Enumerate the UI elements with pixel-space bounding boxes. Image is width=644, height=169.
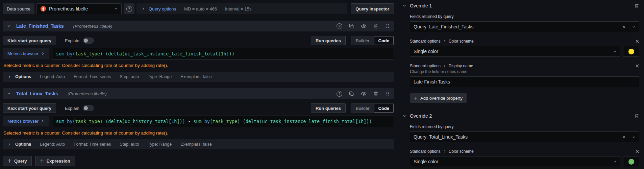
explain-toggle[interactable]: [83, 105, 94, 111]
trash-icon[interactable]: [373, 91, 378, 96]
code-mode-option[interactable]: Code: [374, 36, 394, 45]
plus-icon: [7, 159, 11, 163]
override-1-matcher-select[interactable]: Query: Late_Finished_Tasks: [410, 21, 639, 32]
max-data-points-value: MD = auto = 466: [184, 6, 217, 11]
options-type: Type: Range: [148, 142, 172, 147]
query-header-a[interactable]: Late_Finished_Tasks (Prometheus libelle)…: [3, 21, 394, 31]
options-step: Step: auto: [120, 74, 139, 79]
property-name: Color scheme: [449, 39, 474, 44]
explain-label: Explain: [65, 38, 79, 43]
metrics-browser-button[interactable]: Metrics browser: [3, 48, 49, 59]
query-inspector-button[interactable]: Query inspector: [351, 3, 394, 14]
color-scheme-value: Single color: [414, 49, 608, 54]
trash-icon[interactable]: [634, 114, 639, 119]
add-override-property-button[interactable]: Add override property: [410, 93, 467, 103]
query-name[interactable]: Total_Linux_Tasks: [16, 91, 58, 96]
eye-icon[interactable]: [361, 23, 367, 29]
query-options-collapsed-row[interactable]: Options Legend: Auto Format: Time series…: [3, 139, 394, 149]
query-options-bar[interactable]: Query options MD = auto = 466 Interval =…: [137, 3, 347, 14]
query-help-icon[interactable]: ?: [337, 91, 342, 97]
kick-start-query-button[interactable]: Kick start your query: [3, 103, 56, 113]
chevron-right-icon: [41, 119, 45, 123]
override-2-header[interactable]: Override 2: [402, 112, 639, 120]
matcher-label: Fields returned by query: [410, 124, 639, 129]
query-name[interactable]: Late_Finished_Tasks: [16, 23, 64, 29]
query-header-b[interactable]: Total_Linux_Tasks (Prometheus libelle) ?: [3, 88, 394, 99]
datasource-help-button[interactable]: ?: [124, 3, 134, 14]
builder-mode-option[interactable]: Builder: [351, 104, 374, 113]
remove-property-icon[interactable]: [635, 64, 639, 68]
matcher-value: Query: Total_Linux_Tasks: [414, 134, 617, 140]
property-name: Display name: [449, 64, 473, 68]
query-expression-row: Metrics browser sum by(task_type) (delta…: [3, 48, 394, 59]
chevron-down-icon: [7, 92, 11, 96]
run-queries-button[interactable]: Run queries: [311, 36, 346, 45]
run-queries-button[interactable]: Run queries: [311, 103, 346, 113]
query-expression-row: Metrics browser sum by(task_type) (delta…: [3, 116, 394, 127]
chevron-down-icon[interactable]: [630, 135, 637, 139]
color-scheme-select[interactable]: Single color: [410, 156, 620, 167]
trash-icon[interactable]: [373, 24, 378, 29]
add-query-label: Query: [14, 159, 27, 164]
counter-warning-text: Selected metric is a counter. Consider c…: [3, 63, 394, 68]
query-options-collapsed-row[interactable]: Options Legend: Auto Format: Time series…: [3, 72, 394, 82]
chevron-down-icon[interactable]: [612, 50, 618, 53]
duplicate-query-icon[interactable]: [349, 91, 354, 96]
override-2-body: Fields returned by query Query: Total_Li…: [410, 124, 639, 169]
color-swatch-picker[interactable]: [623, 46, 639, 57]
chevron-down-icon: [402, 114, 406, 118]
chevron-down-icon[interactable]: [612, 160, 618, 164]
query-footer-actions: Query Expression: [3, 156, 394, 166]
override-1-header[interactable]: Override 1: [402, 2, 639, 9]
query-help-icon[interactable]: ?: [337, 23, 342, 29]
chevron-down-icon: [7, 24, 11, 28]
trash-icon[interactable]: [634, 3, 639, 8]
property-description: Change the field or series name: [410, 69, 639, 74]
grafana-panel-editor: Data source Prometheus libelle ? Query o…: [0, 0, 644, 169]
clear-icon[interactable]: [621, 135, 627, 139]
builder-mode-option[interactable]: Builder: [351, 36, 374, 45]
property-category: Standard options: [410, 149, 441, 154]
color-scheme-select[interactable]: Single color: [410, 46, 620, 57]
query-options-link[interactable]: Query options: [149, 6, 176, 11]
metrics-browser-button[interactable]: Metrics browser: [3, 116, 49, 126]
code-mode-option[interactable]: Code: [374, 104, 394, 113]
kick-start-query-button[interactable]: Kick start your query: [3, 36, 56, 45]
prometheus-logo-icon: [40, 6, 46, 12]
color-scheme-property-header: Standard options Color scheme: [410, 39, 639, 44]
options-exemplars: Exemplars: false: [180, 142, 212, 147]
remove-property-icon[interactable]: [635, 39, 639, 43]
override-2-matcher-select[interactable]: Query: Total_Linux_Tasks: [410, 131, 639, 142]
matcher-label: Fields returned by query: [410, 14, 639, 19]
chevron-down-icon: [402, 4, 406, 8]
promql-expression-input[interactable]: sum by(task_type) (delta(uc_task_instanc…: [52, 48, 394, 59]
override-1-body: Fields returned by query Query: Late_Fin…: [410, 14, 639, 103]
add-override-property-label: Add override property: [420, 96, 463, 101]
drag-handle-icon[interactable]: [385, 91, 390, 96]
clear-icon[interactable]: [621, 25, 627, 29]
add-expression-button[interactable]: Expression: [35, 156, 75, 166]
remove-property-icon[interactable]: [635, 149, 639, 153]
color-scheme-value: Single color: [414, 159, 608, 164]
duplicate-query-icon[interactable]: [349, 24, 354, 29]
options-format: Format: Time series: [74, 142, 111, 147]
chevron-down-icon[interactable]: [630, 25, 637, 29]
override-title: Override 2: [410, 113, 634, 119]
chevron-right-icon: [7, 75, 11, 79]
editor-mode-toggle: Builder Code: [351, 103, 394, 113]
query-datasource-hint: (Prometheus libelle): [68, 91, 107, 96]
color-swatch-picker[interactable]: [623, 156, 639, 167]
display-name-input[interactable]: [410, 76, 639, 87]
color-scheme-row: Single color: [410, 46, 639, 57]
query-toolbar: Kick start your query Explain Run querie…: [3, 36, 394, 45]
chevron-right-icon: [443, 40, 446, 43]
eye-icon[interactable]: [361, 91, 367, 97]
query-editor-row-b: Total_Linux_Tasks (Prometheus libelle) ?: [3, 88, 394, 149]
add-query-button[interactable]: Query: [3, 156, 32, 166]
promql-expression-input[interactable]: sum by(task_type) (delta(uc_history_tota…: [52, 116, 394, 127]
explain-toggle[interactable]: [83, 38, 94, 44]
drag-handle-icon[interactable]: [385, 24, 390, 28]
datasource-picker[interactable]: Prometheus libelle: [36, 3, 122, 14]
plus-icon: [40, 159, 44, 163]
interval-value: Interval = 15s: [225, 6, 251, 11]
